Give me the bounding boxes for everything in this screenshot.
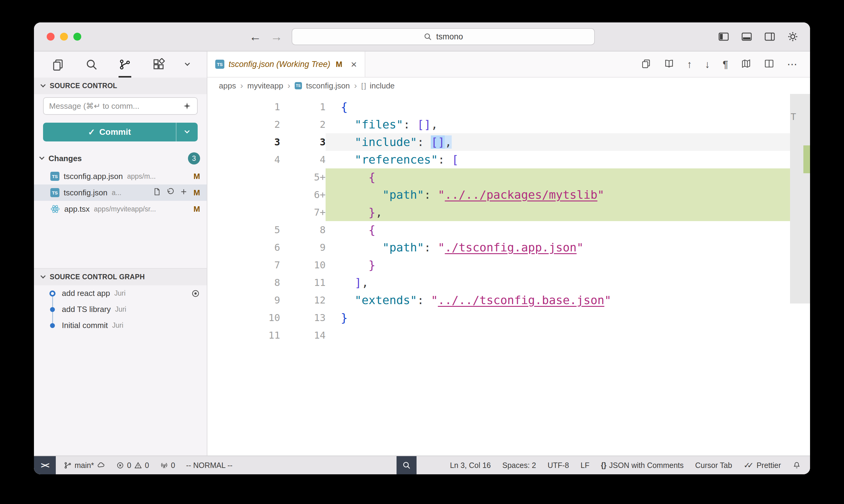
- code-token: :: [424, 188, 438, 201]
- code-text: "files": [],: [326, 116, 790, 133]
- whitespace-toggle-icon[interactable]: ¶: [723, 59, 728, 69]
- code-line[interactable]: 5+ {: [207, 168, 790, 186]
- code-line[interactable]: 58 {: [207, 221, 790, 239]
- code-token: [341, 293, 355, 307]
- code-line[interactable]: 6+ "path": "../../packages/mytslib": [207, 186, 790, 203]
- search-input[interactable]: tsmono: [292, 28, 595, 45]
- typescript-file-icon: TS: [215, 60, 224, 69]
- toggle-primary-sidebar-icon[interactable]: [718, 31, 729, 42]
- commit-message-input[interactable]: Message (⌘↵ to comm...: [43, 97, 198, 115]
- code-text: "path": "./tsconfig.app.json": [326, 239, 790, 256]
- language-mode-status[interactable]: {} JSON with Comments: [601, 461, 684, 470]
- close-window-button[interactable]: [47, 33, 55, 41]
- cursor-tab-status[interactable]: Cursor Tab: [695, 461, 732, 470]
- discard-changes-icon[interactable]: [166, 187, 175, 198]
- previous-change-icon[interactable]: ↑: [687, 59, 692, 69]
- code-line[interactable]: 44 "references": [: [207, 151, 790, 168]
- eol-status[interactable]: LF: [581, 461, 589, 470]
- back-icon[interactable]: ←: [249, 31, 261, 43]
- source-control-graph-header[interactable]: SOURCE CONTROL GRAPH: [34, 268, 207, 285]
- minimize-window-button[interactable]: [60, 33, 68, 41]
- extensions-icon[interactable]: [152, 52, 165, 77]
- next-change-icon[interactable]: ↓: [705, 59, 710, 69]
- code-line[interactable]: 11{: [207, 98, 790, 116]
- chevron-right-icon: ›: [354, 81, 357, 91]
- breadcrumb-item-apps[interactable]: apps: [219, 81, 236, 91]
- search-view-icon[interactable]: [85, 52, 98, 77]
- commit-dot: [50, 323, 55, 328]
- code-line[interactable]: 811 ],: [207, 274, 790, 291]
- breadcrumb-item-myviteapp[interactable]: myviteapp: [247, 81, 283, 91]
- more-views-chevron-icon[interactable]: [186, 52, 189, 77]
- changed-file-row[interactable]: app.tsx apps/myviteapp/sr... M: [34, 201, 207, 217]
- commit-dropdown-button[interactable]: [176, 123, 198, 141]
- code-line[interactable]: 69 "path": "./tsconfig.app.json": [207, 239, 790, 256]
- more-actions-icon[interactable]: ⋯: [787, 59, 797, 69]
- code-line[interactable]: 1013}: [207, 309, 790, 326]
- code-token: :: [424, 241, 438, 254]
- commit-button[interactable]: ✓ Commit: [43, 123, 198, 141]
- changes-count-badge: 3: [188, 152, 200, 164]
- vim-mode-status[interactable]: -- NORMAL --: [186, 461, 232, 470]
- forward-icon[interactable]: →: [271, 31, 282, 43]
- code-text: }: [326, 256, 790, 274]
- commit-message: add react app: [62, 289, 110, 298]
- commit-row[interactable]: Initial commit Juri: [34, 318, 207, 334]
- close-tab-icon[interactable]: ×: [351, 59, 357, 69]
- notifications-bell[interactable]: [792, 461, 801, 469]
- changed-file-row-selected[interactable]: TS tsconfig.json a... M: [34, 184, 207, 201]
- code-token: ": [576, 241, 584, 254]
- checked-out-target-icon[interactable]: [191, 289, 200, 298]
- commit-row[interactable]: add TS library Juri: [34, 301, 207, 318]
- formatter-status[interactable]: ✓✓ Prettier: [744, 461, 781, 470]
- book-icon[interactable]: [664, 58, 674, 70]
- modified-status-badge: M: [193, 172, 200, 181]
- typescript-file-icon: TS: [50, 188, 59, 197]
- search-icon: [424, 32, 432, 41]
- tab-tsconfig-json[interactable]: TS tsconfig.json (Working Tree) M ×: [207, 52, 365, 77]
- split-editor-icon[interactable]: [764, 58, 774, 70]
- sparkle-icon[interactable]: [183, 102, 192, 111]
- code-token: }: [369, 206, 376, 219]
- problems-status[interactable]: 0 0: [116, 461, 149, 470]
- map-icon[interactable]: [741, 58, 751, 70]
- code-token: "include": [355, 136, 417, 149]
- code-line[interactable]: 710 }: [207, 256, 790, 274]
- scrollbar-slider[interactable]: [790, 94, 810, 304]
- ports-status[interactable]: 0: [160, 461, 175, 470]
- explorer-icon[interactable]: [52, 52, 64, 77]
- compare-changes-icon[interactable]: [641, 58, 651, 70]
- code-line[interactable]: 1114: [207, 326, 790, 344]
- commit-button-label: Commit: [100, 127, 131, 137]
- cursor-position-status[interactable]: Ln 3, Col 16: [450, 461, 491, 470]
- line-number-new: 1: [280, 98, 326, 116]
- stage-changes-icon[interactable]: [179, 187, 188, 198]
- toggle-secondary-sidebar-icon[interactable]: [764, 31, 775, 42]
- window-controls: [47, 33, 81, 41]
- commit-row[interactable]: add react app Juri: [34, 285, 207, 301]
- open-file-icon[interactable]: [153, 187, 161, 198]
- changed-file-row[interactable]: TS tsconfig.app.json apps/m... M: [34, 168, 207, 184]
- code-line[interactable]: 33 "include": [],: [207, 133, 790, 151]
- breadcrumb-item-tsconfig[interactable]: tsconfig.json: [306, 81, 350, 91]
- settings-gear-icon[interactable]: [787, 31, 798, 42]
- file-path: apps/m...: [127, 172, 189, 181]
- toggle-panel-icon[interactable]: [741, 31, 753, 42]
- encoding-status[interactable]: UTF-8: [548, 461, 569, 470]
- breadcrumb-item-include[interactable]: include: [369, 81, 394, 91]
- code-line[interactable]: 7+ },: [207, 203, 790, 221]
- remote-indicator[interactable]: ><: [34, 456, 56, 474]
- source-control-section-header[interactable]: SOURCE CONTROL: [34, 77, 207, 94]
- changes-section-header[interactable]: Changes 3: [34, 149, 207, 168]
- vscode-window: ← → tsmono SOURCE C: [34, 22, 810, 474]
- tab-modified-badge: M: [336, 60, 343, 69]
- code-line[interactable]: 22 "files": [],: [207, 116, 790, 133]
- zoom-window-button[interactable]: [73, 33, 81, 41]
- zoom-indicator[interactable]: [397, 456, 416, 474]
- indentation-status[interactable]: Spaces: 2: [502, 461, 536, 470]
- code-token: }: [341, 311, 348, 324]
- code-line[interactable]: 912 "extends": "../../tsconfig.base.json…: [207, 291, 790, 309]
- source-control-icon[interactable]: [119, 52, 131, 77]
- scrollbar[interactable]: T: [790, 94, 810, 455]
- branch-status[interactable]: main*: [64, 461, 105, 470]
